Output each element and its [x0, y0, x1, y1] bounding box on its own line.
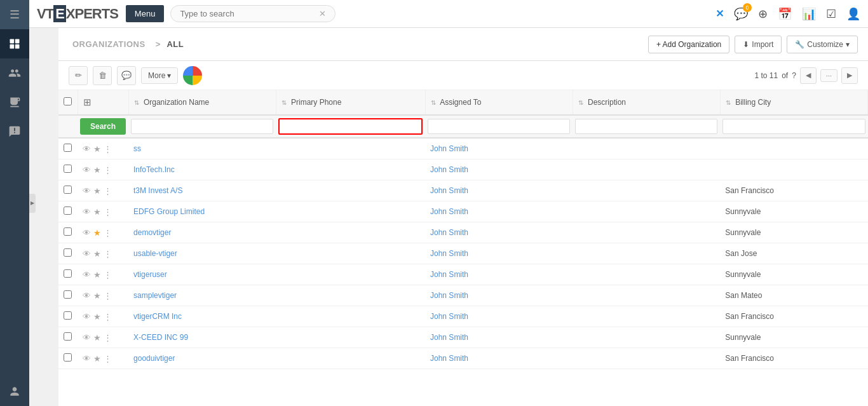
- row-view-icon[interactable]: 👁: [83, 207, 91, 217]
- row-star-icon[interactable]: ★: [93, 249, 101, 259]
- row-view-icon[interactable]: 👁: [83, 249, 91, 259]
- col-assigned-to-header[interactable]: ⇅ Assigned To: [425, 90, 573, 115]
- sidebar-expand-handle[interactable]: ▶: [29, 194, 36, 213]
- row-more-icon[interactable]: ⋮: [104, 312, 112, 321]
- row-assigned-to-link[interactable]: John Smith: [430, 291, 468, 300]
- row-checkbox-3[interactable]: [64, 206, 72, 215]
- row-view-icon[interactable]: 👁: [83, 165, 91, 175]
- row-assigned-to-link[interactable]: John Smith: [430, 144, 468, 153]
- row-star-icon[interactable]: ★: [93, 312, 101, 321]
- nav-organizations[interactable]: [0, 29, 29, 58]
- row-view-icon[interactable]: 👁: [83, 333, 91, 342]
- global-search-box[interactable]: ✕: [170, 5, 336, 22]
- row-org-name-link[interactable]: X-CEED INC 99: [133, 333, 188, 342]
- row-star-icon[interactable]: ★: [93, 207, 101, 217]
- row-more-icon[interactable]: ⋮: [104, 333, 112, 342]
- row-star-icon[interactable]: ★: [93, 186, 101, 196]
- row-checkbox-4[interactable]: [64, 227, 72, 236]
- row-more-icon[interactable]: ⋮: [104, 207, 112, 217]
- row-assigned-to-link[interactable]: John Smith: [430, 249, 468, 258]
- row-checkbox-10[interactable]: [64, 353, 72, 362]
- row-more-icon[interactable]: ⋮: [104, 249, 112, 259]
- row-more-icon[interactable]: ⋮: [104, 186, 112, 196]
- customize-button[interactable]: 🔧 Customize ▾: [787, 36, 858, 53]
- notifications-icon[interactable]: 💬 0: [734, 7, 748, 21]
- vtiger-icon[interactable]: ✕: [715, 8, 724, 20]
- row-view-icon[interactable]: 👁: [83, 312, 91, 321]
- filter-description-input[interactable]: [575, 119, 717, 134]
- row-checkbox-2[interactable]: [64, 186, 72, 194]
- profile-icon[interactable]: 👤: [846, 7, 860, 21]
- pagination-next[interactable]: ▶: [841, 67, 858, 84]
- row-org-name-link[interactable]: EDFG Group Limited: [133, 207, 205, 216]
- row-star-icon[interactable]: ★: [93, 228, 101, 238]
- search-clear-icon[interactable]: ✕: [319, 9, 326, 18]
- row-more-icon[interactable]: ⋮: [104, 270, 112, 280]
- row-org-name-link[interactable]: ss: [133, 144, 141, 153]
- row-checkbox-7[interactable]: [64, 290, 72, 299]
- row-org-name-link[interactable]: usable-vtiger: [133, 249, 177, 258]
- row-more-icon[interactable]: ⋮: [104, 228, 112, 238]
- row-more-icon[interactable]: ⋮: [104, 165, 112, 175]
- row-view-icon[interactable]: 👁: [83, 291, 91, 301]
- tasks-icon[interactable]: ☑: [826, 7, 836, 21]
- more-button[interactable]: More ▾: [141, 67, 178, 84]
- col-billing-city-header[interactable]: ⇅ Billing City: [720, 90, 867, 115]
- nav-marketing[interactable]: [0, 117, 29, 146]
- row-assigned-to-link[interactable]: John Smith: [430, 333, 468, 342]
- row-checkbox-1[interactable]: [64, 165, 72, 173]
- row-assigned-to-link[interactable]: John Smith: [430, 312, 468, 321]
- row-star-icon[interactable]: ★: [93, 270, 101, 280]
- row-assigned-to-link[interactable]: John Smith: [430, 165, 468, 174]
- comment-button[interactable]: 💬: [117, 66, 136, 85]
- row-star-icon[interactable]: ★: [93, 165, 101, 175]
- delete-button[interactable]: 🗑: [93, 66, 112, 85]
- row-star-icon[interactable]: ★: [93, 333, 101, 342]
- row-org-name-link[interactable]: InfoTech.Inc: [133, 165, 175, 174]
- row-star-icon[interactable]: ★: [93, 291, 101, 301]
- row-org-name-link[interactable]: t3M Invest A/S: [133, 186, 182, 195]
- row-checkbox-8[interactable]: [64, 311, 72, 320]
- filter-billing-city-input[interactable]: [722, 119, 865, 134]
- breadcrumb-view[interactable]: All: [166, 39, 184, 49]
- add-organization-button[interactable]: + Add Organization: [648, 36, 729, 53]
- row-org-name-link[interactable]: samplevtiger: [133, 291, 177, 300]
- row-view-icon[interactable]: 👁: [83, 270, 91, 280]
- row-view-icon[interactable]: 👁: [83, 228, 91, 238]
- pagination-dots[interactable]: ···: [820, 69, 837, 82]
- pagination-prev[interactable]: ◀: [800, 67, 817, 84]
- filter-primary-phone-input[interactable]: [278, 118, 423, 135]
- row-view-icon[interactable]: 👁: [83, 144, 91, 154]
- row-org-name-link[interactable]: vtigerCRM Inc: [133, 312, 182, 321]
- nav-activities[interactable]: [0, 88, 29, 117]
- row-checkbox-9[interactable]: [64, 332, 72, 341]
- row-assigned-to-link[interactable]: John Smith: [430, 207, 468, 216]
- nav-menu-toggle[interactable]: ☰: [0, 0, 29, 29]
- row-checkbox-0[interactable]: [64, 144, 72, 152]
- menu-button[interactable]: Menu: [126, 5, 165, 22]
- maps-button[interactable]: [183, 66, 202, 85]
- row-assigned-to-link[interactable]: John Smith: [430, 186, 468, 195]
- filter-assigned-to-input[interactable]: [428, 119, 570, 134]
- row-star-icon[interactable]: ★: [93, 354, 101, 363]
- col-description-header[interactable]: ⇅ Description: [573, 90, 720, 115]
- calendar-icon[interactable]: 📅: [778, 7, 792, 21]
- row-view-icon[interactable]: 👁: [83, 354, 91, 363]
- edit-button[interactable]: ✏: [69, 66, 88, 85]
- row-star-icon[interactable]: ★: [93, 144, 101, 154]
- grid-view-icon[interactable]: ⊞: [83, 97, 92, 107]
- nav-users[interactable]: [0, 377, 29, 406]
- search-button[interactable]: Search: [80, 118, 126, 135]
- col-org-name-header[interactable]: ⇅ Organization Name: [128, 90, 276, 115]
- add-icon[interactable]: ⊕: [758, 7, 768, 21]
- row-org-name-link[interactable]: vtigeruser: [133, 270, 167, 279]
- filter-org-name-input[interactable]: [131, 119, 273, 134]
- row-org-name-link[interactable]: gooduivtiger: [133, 354, 175, 363]
- row-checkbox-5[interactable]: [64, 248, 72, 257]
- select-all-checkbox[interactable]: [64, 97, 72, 105]
- row-more-icon[interactable]: ⋮: [104, 291, 112, 301]
- row-checkbox-6[interactable]: [64, 269, 72, 278]
- global-search-input[interactable]: [180, 9, 319, 18]
- row-assigned-to-link[interactable]: John Smith: [430, 228, 468, 237]
- col-primary-phone-header[interactable]: ⇅ Primary Phone: [276, 90, 425, 115]
